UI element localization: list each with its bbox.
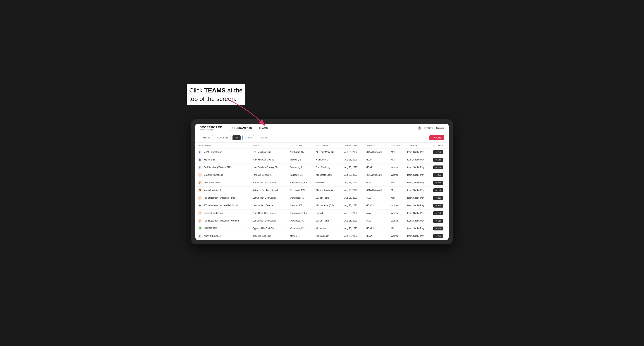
cell-start-date: Aug 28, 2023 [342,202,363,209]
cell-start-date: Aug 28, 2023 [342,225,363,232]
cell-actions: ✏ Edit [431,148,448,156]
cell-start-date: Aug 28, 2023 [342,217,363,225]
edit-icon: ✏ [436,235,437,237]
cell-city-state: Hesston, KS [288,202,314,209]
col-scoring: SCORING [405,143,431,149]
edit-icon: ✏ [436,212,437,214]
cell-event-name: 🏌 Carl Sandburg Women FA23 [196,164,250,171]
settings-icon[interactable]: ⚙ [418,126,422,130]
logo-area: SCOREBOARD Powered by clippit [200,126,222,131]
table-row: 🏆 Fall Statesmen Invitational - Women Ed… [196,217,448,225]
edit-button[interactable]: ✏ Edit [433,173,444,177]
logo-subtitle: Powered by clippit [200,129,222,131]
edit-icon: ✏ [436,197,437,199]
cell-gender: Men [389,148,405,156]
cell-actions: ✏ Edit [431,194,448,202]
table-row: 🏆 upike fall invitational StoneCrest Gol… [196,209,448,217]
cell-city-state: Prestonsburg, KY [288,209,314,217]
edit-button[interactable]: ✏ Edit [433,196,444,200]
search-input[interactable] [258,135,426,140]
cell-start-date: Aug 28, 2023 [342,179,363,186]
cell-scoring: team, Stroke Play [405,156,431,164]
col-city-state: CITY, STATE [288,143,314,149]
event-icon: 👤 [198,158,202,162]
table-body: 🏌 MSMC Qualifying 1 The Powelton Club Ne… [196,148,448,240]
cell-event-name: 🎓 2023 Women's Hesston Fall Kickoff [196,202,250,209]
cell-division: NAIA [364,209,389,217]
cell-division: NCAA Division III [364,148,389,156]
edit-button[interactable]: ✏ Edit [433,181,444,185]
cell-start-date: Aug 28, 2023 [342,186,363,194]
edit-icon: ✏ [436,166,437,169]
cell-start-date: Aug 24, 2023 [342,148,363,156]
cell-venue: Hesston Golf Course [250,202,288,209]
edit-button[interactable]: ✏ Edit [433,158,444,162]
cell-venue: Ruttger's Bay Lake Resort [250,186,288,194]
cell-start-date: Aug 26, 2023 [342,164,363,171]
edit-button[interactable]: ✏ Edit [433,166,444,170]
tab-tournaments[interactable]: TOURNAMENTS [229,125,255,131]
cell-gender: Women [389,232,405,240]
table-row: 🏆 Fall Statesmen Invitational - Men Edmu… [196,194,448,202]
event-icon: 🏆 [198,196,202,200]
edit-button[interactable]: ✏ Edit [433,211,444,215]
cell-start-date: Aug 28, 2023 [342,194,363,202]
col-start-date: START DATE [342,143,363,149]
event-name-text: Morris Invitational [204,189,221,191]
cell-event-name: 🏆 Maverick Invitational [196,171,250,179]
cell-venue: The Powelton Club [250,148,288,156]
cell-scoring: team, Stroke Play [405,202,431,209]
event-icon: 🏆 [198,180,202,185]
cell-hosted-by: John A Logan [314,232,342,240]
cell-city-state: Newburgh, NY [288,148,314,156]
cell-gender: Women [389,209,405,217]
cell-division: NAIA [364,179,389,186]
create-button[interactable]: + Create [430,135,444,140]
cell-venue: Cypress Hills Golf Club [250,225,288,232]
cell-hosted-by: Carl Sandburg [314,164,342,171]
event-icon: 🏌 [198,234,202,238]
cell-venue: Kokopelli Golf Club [250,232,288,240]
event-name-text: upike fall invitational [204,212,223,214]
cell-event-name: 👤 Highland 36 [196,156,250,164]
cell-venue: StoneCrest Golf Course [250,179,288,186]
edit-icon: ✏ [436,220,437,222]
cell-scoring: team, Stroke Play [405,164,431,171]
cell-hosted-by: Highland CC [314,156,342,164]
tab-teams[interactable]: TEAMS [256,125,271,131]
edit-button[interactable]: ✏ Edit [433,188,444,192]
cell-gender: Men [389,179,405,186]
cell-venue: StoneCrest Golf Course [250,209,288,217]
edit-button[interactable]: ✏ Edit [433,219,444,223]
edit-button[interactable]: ✏ Edit [433,226,444,230]
filter-button[interactable]: ≡ Filter [242,135,254,140]
cell-scoring: team, Stroke Play [405,148,431,156]
cell-start-date: Aug 28, 2023 [342,209,363,217]
app-header: SCOREBOARD Powered by clippit TOURNAMENT… [196,124,448,133]
event-icon: 🎓 [198,203,202,208]
user-text: Test User | [424,127,434,129]
competing-button[interactable]: Competing [214,135,231,140]
table-row: 🏌 Klash at Kokopelli Kokopelli Golf Club… [196,232,448,240]
cell-city-state: Oskaloosa, IA [288,217,314,225]
event-name-text: Carl Sandburg Women FA23 [204,166,232,169]
edit-button[interactable]: ✏ Edit [433,234,444,238]
cell-division: NICAA II [364,202,389,209]
all-button[interactable]: All [232,135,240,140]
cell-scoring: team, Stroke Play [405,232,431,240]
edit-button[interactable]: ✏ Edit [433,150,444,154]
toolbar: Hosting Competing All ≡ Filter + Create [196,133,448,143]
cell-division: NICAA I [364,164,389,171]
cell-gender: Women [389,217,405,225]
cell-city-state: Faribault, MN [288,171,314,179]
hosting-button[interactable]: Hosting [200,135,213,140]
cell-start-date: Aug 28, 2023 [342,232,363,240]
cell-actions: ✏ Edit [431,202,448,209]
table-header: EVENT NAME VENUE CITY, STATE HOSTED BY S… [196,143,448,149]
signout-link[interactable]: Sign out [436,127,444,129]
edit-button[interactable]: ✏ Edit [433,204,444,207]
table-row: 🏆 UPIKE Fall Invite StoneCrest Golf Cour… [196,179,448,186]
cell-event-name: 🏆 Fall Statesmen Invitational - Men [196,194,250,202]
table-row: 🎓 2023 Women's Hesston Fall Kickoff Hess… [196,202,448,209]
event-icon: 🏆 [198,211,202,215]
